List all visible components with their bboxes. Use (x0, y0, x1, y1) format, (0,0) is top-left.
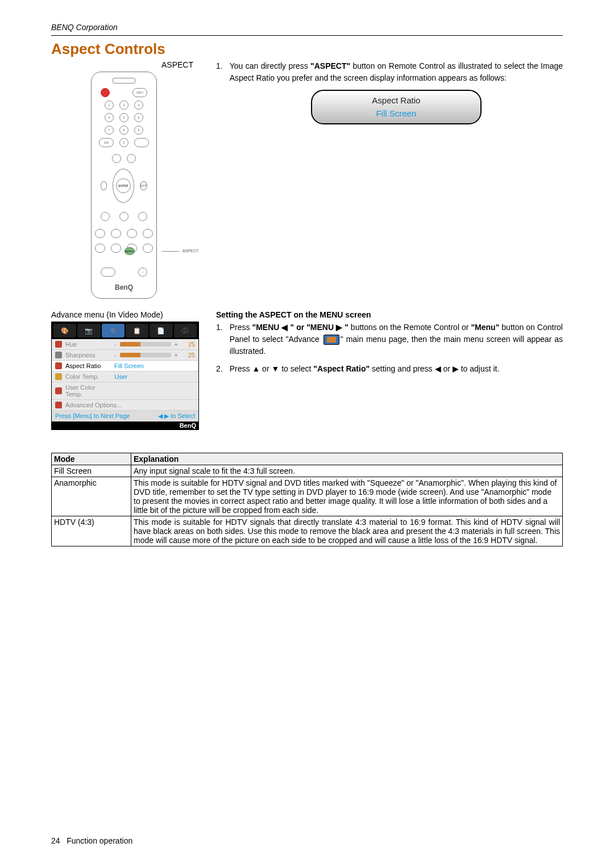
setting-step-1: 1. Press "MENU ◀ " or "MENU ▶ " buttons … (216, 322, 563, 357)
setting-step-2: 2. Press ▲ or ▼ to select "Aspect Ratio"… (216, 363, 563, 375)
osd-tab-5: 📄 (150, 324, 172, 337)
header-rule (51, 35, 563, 36)
osd-tab-2: 📷 (77, 324, 100, 337)
setting-title: Setting the ASPECT on the MENU screen (216, 310, 563, 319)
remote-dpad: ENTER (113, 169, 134, 203)
osd-footer-left: Press [Menu] to Next Page (55, 412, 130, 420)
table-row: Fill Screen Any input signal scale to fi… (52, 465, 563, 477)
aspect-label: ASPECT (51, 60, 199, 69)
aspect-callout-label: ASPECT (182, 249, 198, 253)
page-number: 24 (51, 836, 60, 845)
step-1-button-label: "ASPECT" (310, 61, 350, 70)
osd-row-advanced-options: Advanced Options... (52, 400, 198, 411)
osd-row-sharpness: Sharpness -+ 25 (52, 350, 198, 361)
aspect-ratio-osd-bubble: Aspect Ratio Fill Screen (311, 90, 482, 124)
osd-row-hue: Hue -+ 25 (52, 339, 198, 350)
info-button-icon: INFO (132, 88, 147, 97)
table-row: Anamorphic This mode is suitable for HDT… (52, 477, 563, 516)
step-1: 1. You can directly press "ASPECT" butto… (216, 60, 563, 124)
step-1-number: 1. (216, 60, 223, 124)
aspect-button-highlight: ASPECT (125, 247, 135, 255)
remote-brand: BenQ (115, 283, 133, 291)
osd-tab-4: 📋 (126, 324, 148, 337)
osd-tab-1: 🎨 (53, 324, 76, 337)
table-header-explanation: Explanation (131, 453, 563, 465)
page-footer: 24 Function operation (51, 836, 132, 845)
osd-footer-right: ◀ ▶ to Select (158, 412, 195, 420)
osd-advance-menu: 🎨 📷 ⚙ 📋 📄 ⓘ Hue -+ 25 Sharpness -+ (51, 322, 199, 430)
table-header-mode: Mode (52, 453, 131, 465)
power-button-icon (101, 88, 110, 97)
aspect-modes-table: Mode Explanation Fill Screen Any input s… (51, 453, 563, 546)
remote-control-illustration: INFO 123 456 789 1000 ENTER EXIT ASPECT … (91, 72, 157, 299)
osd-row-user-color-temp: User Color Temp. (52, 382, 198, 400)
table-row: HDTV (4:3) This mode is suitable for HDT… (52, 516, 563, 546)
section-title: Aspect Controls (51, 40, 563, 58)
osd-row-color-temp: Color Temp. User (52, 372, 198, 382)
advance-tab-icon (323, 335, 339, 345)
advance-menu-label: Advance menu (In Video Mode) (51, 310, 199, 319)
step-1-text-a: You can directly press (230, 61, 310, 70)
osd-brand: BenQ (52, 422, 198, 429)
remote-ir-window (113, 78, 135, 84)
osd-tab-6: ⓘ (174, 324, 197, 337)
osd-row-aspect-ratio: Aspect Ratio Fill Screen (52, 361, 198, 372)
osd-bubble-value: Fill Screen (318, 107, 475, 120)
footer-section: Function operation (67, 836, 132, 845)
osd-tab-3-selected: ⚙ (102, 324, 125, 337)
osd-bubble-title: Aspect Ratio (318, 94, 475, 107)
header-company: BENQ Corporation (51, 23, 563, 32)
